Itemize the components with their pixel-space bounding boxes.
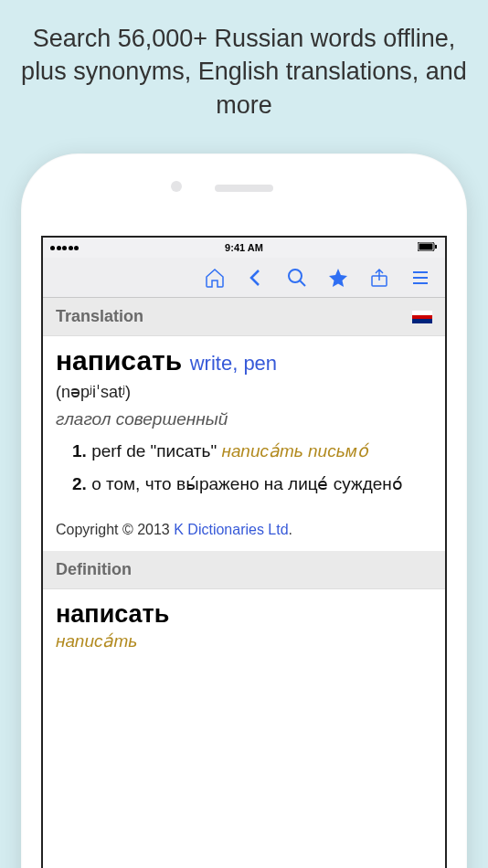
inline-translation[interactable]: write, pen [190,352,277,375]
copyright-line: Copyright © 2013 K Dictionaries Ltd. [43,516,445,551]
pronunciation: (nəpʲiˈsatʲ) [56,382,432,402]
status-bar: 9:41 AM [43,238,445,258]
content-area: Translation написать write, pen (nəpʲiˈs… [43,298,445,868]
definition-sub: написа́ть [43,630,445,662]
def-example: написа́ть письмо́ [222,441,368,460]
home-button[interactable] [196,258,234,298]
home-icon [204,267,226,289]
toolbar [43,258,445,298]
definition-item: 2. о том, что вы́ражено на лице́ суждено… [72,471,432,497]
search-icon [286,267,308,289]
def-text: perf de "писать" [91,441,217,460]
translation-label: Translation [56,307,143,326]
chevron-left-icon [245,267,267,289]
status-time: 9:41 AM [225,242,263,253]
share-icon [368,267,390,289]
menu-button[interactable] [401,258,440,298]
translation-entry: написать write, pen (nəpʲiˈsatʲ) глагол … [43,336,445,516]
phone-frame: 9:41 AM [21,153,467,868]
headword: написать [56,345,182,376]
def-num: 2. [72,474,87,493]
search-button[interactable] [278,258,316,298]
copyright-link[interactable]: K Dictionaries Ltd [174,522,288,537]
screen: 9:41 AM [41,236,447,868]
svg-rect-1 [419,244,433,250]
definition-section-header: Definition [43,551,445,589]
menu-icon [409,267,431,289]
def-text: о том, что вы́ражено на лице́ суждено́ [91,474,403,493]
svg-rect-2 [435,245,437,249]
definition-headword: написать [43,589,445,630]
copyright-prefix: Copyright © 2013 [56,522,174,537]
uk-flag-icon [412,311,432,323]
def-num: 1. [72,441,87,460]
status-left [50,246,79,250]
definitions-list: 1. perf de "писать" написа́ть письмо́ 2.… [56,439,432,496]
favorite-button[interactable] [319,258,357,298]
promo-heading: Search 56,000+ Russian words offline, pl… [0,0,488,136]
star-icon [327,267,349,289]
svg-point-3 [289,270,302,282]
share-button[interactable] [360,258,398,298]
back-button[interactable] [237,258,275,298]
copyright-suffix: . [289,522,292,537]
translation-section-header: Translation [43,298,445,336]
signal-icon [50,246,79,250]
definition-label: Definition [56,560,132,579]
part-of-speech: глагол совершенный [56,409,432,429]
definition-item: 1. perf de "писать" написа́ть письмо́ [72,439,432,464]
battery-icon [418,242,438,253]
